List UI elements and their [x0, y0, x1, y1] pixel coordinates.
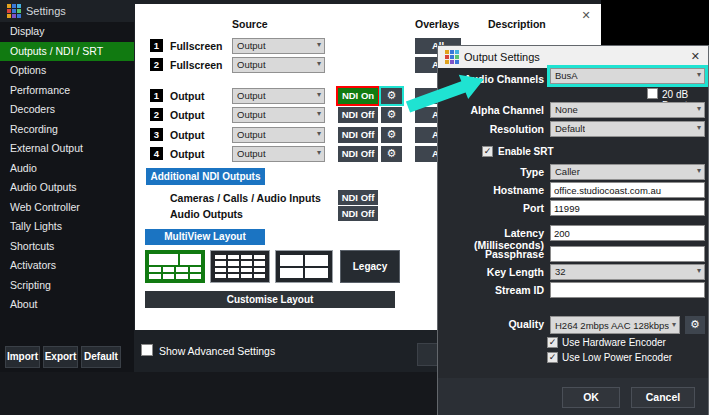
type-label: Type: [438, 166, 544, 178]
chevron-down-icon: ▾: [697, 104, 701, 113]
dialog-title: Output Settings: [464, 51, 540, 63]
row-label: Output: [170, 129, 204, 141]
passphrase-input[interactable]: [550, 246, 705, 262]
sidebar-item-performance[interactable]: Performance: [0, 81, 134, 101]
sidebar-item-audio-outputs[interactable]: Audio Outputs: [0, 178, 134, 198]
source-select[interactable]: Output▾: [232, 107, 325, 123]
multiview-layout-option-2[interactable]: [210, 250, 270, 283]
sidebar-item-tally-lights[interactable]: Tally Lights: [0, 217, 134, 237]
sidebar-item-audio[interactable]: Audio: [0, 159, 134, 179]
chevron-down-icon: ▾: [697, 166, 701, 175]
srt-type-select[interactable]: Caller▾: [550, 164, 705, 180]
column-description: Description: [488, 18, 546, 30]
resolution-select[interactable]: Default▾: [550, 121, 705, 137]
column-source: Source: [232, 18, 268, 30]
output-settings-gear-icon[interactable]: ⚙: [381, 107, 402, 123]
row-number-badge: 1: [150, 39, 163, 52]
audio-channels-select[interactable]: BusA▾: [550, 68, 705, 84]
ndi-toggle-button[interactable]: NDI Off: [338, 107, 378, 123]
row-label: Fullscreen: [170, 40, 223, 52]
resolution-label: Resolution: [438, 123, 544, 135]
row-label: Output: [170, 90, 204, 102]
chevron-down-icon: ▾: [697, 266, 701, 275]
chevron-down-icon: ▾: [317, 40, 321, 49]
dialog-ok-button[interactable]: OK: [562, 387, 620, 408]
source-select[interactable]: Output▾: [232, 146, 325, 162]
vmix-app-icon: [445, 50, 459, 64]
use-hardware-encoder-checkbox[interactable]: ✓: [547, 337, 558, 348]
show-advanced-label: Show Advanced Settings: [159, 345, 275, 357]
stream-id-label: Stream ID: [438, 284, 544, 296]
screen: Settings Display Outputs / NDI / SRT Opt…: [0, 0, 709, 415]
multiview-layout-option-1[interactable]: [145, 250, 205, 283]
sidebar-item-decoders[interactable]: Decoders: [0, 100, 134, 120]
quality-select[interactable]: H264 2mbps AAC 128kbps▾: [550, 316, 680, 334]
column-overlays: Overlays: [415, 18, 459, 30]
multiview-layout-header: MultiView Layout: [145, 229, 265, 245]
sidebar-item-external-output[interactable]: External Output: [0, 139, 134, 159]
sidebar-item-display[interactable]: Display: [0, 22, 134, 42]
window-title: Settings: [26, 5, 66, 17]
multiview-layout-option-3[interactable]: [275, 250, 333, 283]
additional-ndi-outputs-button[interactable]: Additional NDI Outputs: [146, 168, 265, 185]
sidebar-item-recording[interactable]: Recording: [0, 120, 134, 140]
ndi-toggle-button[interactable]: NDI Off: [338, 190, 378, 205]
use-low-power-encoder-checkbox[interactable]: ✓: [547, 352, 558, 363]
sidebar: Display Outputs / NDI / SRT Options Perf…: [0, 22, 134, 372]
audio-outputs-label: Audio Outputs: [170, 208, 243, 220]
hostname-input[interactable]: [550, 182, 705, 198]
enable-srt-checkbox[interactable]: ✓: [482, 146, 493, 157]
key-length-select[interactable]: 32▾: [550, 264, 705, 280]
source-select[interactable]: Output▾: [232, 127, 325, 143]
default-button[interactable]: Default: [81, 346, 121, 368]
row-number-badge: 3: [150, 128, 163, 141]
audio-channels-label: Audio Channels: [438, 73, 544, 85]
quality-settings-gear-icon[interactable]: ⚙: [685, 316, 705, 334]
row-number-badge: 4: [150, 147, 163, 160]
layout-preview: [215, 255, 265, 278]
output-settings-gear-icon[interactable]: ⚙: [381, 146, 402, 162]
source-select[interactable]: Output▾: [232, 88, 325, 104]
show-advanced-checkbox[interactable]: [141, 344, 153, 356]
dialog-cancel-button[interactable]: Cancel: [631, 387, 695, 408]
export-button[interactable]: Export: [43, 346, 78, 368]
ndi-toggle-button[interactable]: NDI On: [338, 88, 378, 104]
dialog-titlebar: Output Settings ✕: [438, 46, 708, 68]
dialog-footer: OK Cancel: [438, 378, 708, 415]
boost-checkbox[interactable]: [647, 88, 658, 99]
chevron-down-icon: ▾: [317, 148, 321, 157]
sidebar-item-activators[interactable]: Activators: [0, 256, 134, 276]
source-select[interactable]: Output▾: [232, 57, 325, 73]
close-icon[interactable]: ✕: [578, 7, 594, 23]
ndi-toggle-button[interactable]: NDI Off: [338, 206, 378, 221]
enable-srt-label: Enable SRT: [498, 146, 554, 157]
row-number-badge: 2: [150, 58, 163, 71]
alpha-channel-select[interactable]: None▾: [550, 102, 705, 118]
port-input[interactable]: [550, 200, 705, 216]
row-label: Fullscreen: [170, 59, 223, 71]
output-settings-dialog: Output Settings ✕ Audio Channels BusA▾ 2…: [437, 45, 709, 415]
output-settings-gear-icon[interactable]: ⚙: [381, 88, 402, 104]
legacy-layout-button[interactable]: Legacy: [340, 250, 400, 283]
customise-layout-button[interactable]: Customise Layout: [145, 291, 395, 308]
sidebar-item-shortcuts[interactable]: Shortcuts: [0, 237, 134, 257]
ndi-toggle-button[interactable]: NDI Off: [338, 127, 378, 143]
sidebar-item-options[interactable]: Options: [0, 61, 134, 81]
close-icon[interactable]: ✕: [691, 50, 700, 63]
source-select[interactable]: Output▾: [232, 38, 325, 54]
chevron-down-icon: ▾: [697, 70, 701, 79]
stream-id-input[interactable]: [550, 282, 705, 298]
key-length-label: Key Length: [438, 266, 544, 278]
sidebar-item-about[interactable]: About: [0, 295, 134, 315]
latency-input[interactable]: [550, 225, 705, 241]
row-number-badge: 2: [150, 108, 163, 121]
sidebar-item-web-controller[interactable]: Web Controller: [0, 198, 134, 218]
chevron-down-icon: ▾: [317, 109, 321, 118]
ndi-toggle-button[interactable]: NDI Off: [338, 146, 378, 162]
sidebar-item-scripting[interactable]: Scripting: [0, 276, 134, 296]
chevron-down-icon: ▾: [672, 320, 676, 329]
import-button[interactable]: Import: [5, 346, 40, 368]
sidebar-item-outputs-ndi-srt[interactable]: Outputs / NDI / SRT: [0, 42, 134, 62]
quality-label: Quality: [438, 318, 544, 330]
output-settings-gear-icon[interactable]: ⚙: [381, 127, 402, 143]
